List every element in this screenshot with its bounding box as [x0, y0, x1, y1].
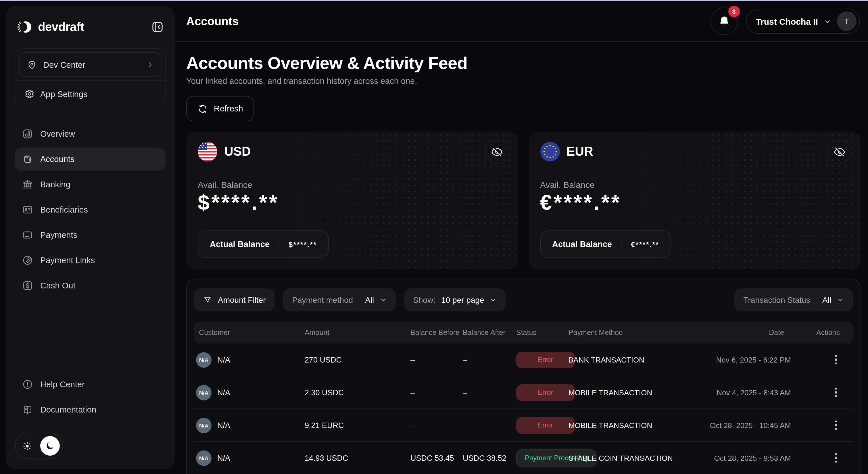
credit-card-icon	[22, 229, 33, 241]
payment-method-label: Payment method	[292, 295, 353, 305]
nav-label: Payment Links	[40, 256, 95, 265]
dev-center-card: Dev Center App Settings	[15, 48, 165, 107]
nav-label: Accounts	[40, 155, 74, 164]
dev-center-label: Dev Center	[43, 60, 140, 69]
date-cell: Oct 28, 2025 - 9:53 AM	[761, 453, 816, 462]
actions-cell	[816, 418, 853, 432]
nav-label: Beneficiaries	[40, 205, 88, 214]
sidebar-item-cash-out[interactable]: Cash Out	[15, 274, 165, 297]
actual-balance-pill: Actual Balance €****.**	[540, 230, 671, 258]
page-size-value: 10 per page	[441, 295, 484, 305]
sidebar-item-payment-links[interactable]: Payment Links	[15, 249, 165, 272]
table-body: N/A N/A 270 USDC – – Error BANK TRANSACT…	[194, 344, 853, 474]
map-pin-icon	[26, 59, 37, 70]
transactions-panel: Amount Filter Payment method All Show: 1…	[186, 279, 861, 474]
row-actions-kebab-icon[interactable]	[833, 353, 839, 367]
actions-cell	[816, 385, 853, 400]
page-size-selector[interactable]: Show: 10 per page	[404, 288, 506, 311]
sidebar-item-accounts[interactable]: Accounts	[15, 148, 165, 171]
balance-after-cell: –	[457, 388, 510, 397]
actual-balance-label: Actual Balance	[552, 240, 612, 249]
available-balance-label: Avail. Balance	[540, 180, 849, 190]
book-open-icon	[22, 404, 33, 415]
sidebar-item-beneficiaries[interactable]: Beneficiaries	[15, 198, 165, 221]
row-actions-kebab-icon[interactable]	[833, 385, 839, 400]
eye-off-icon	[491, 146, 503, 158]
show-label: Show:	[413, 295, 435, 305]
moon-logo-icon	[16, 19, 33, 36]
column-header-status: Status	[510, 329, 563, 337]
currency-code: USD	[224, 144, 251, 159]
actions-cell	[816, 451, 853, 465]
actions-cell	[816, 353, 853, 367]
usd-balance-card: USD Avail. Balance $****.** Actual Bal	[186, 132, 518, 270]
section-subheading: Your linked accounts, and transaction hi…	[186, 76, 861, 86]
payment-method-filter[interactable]: Payment method All	[283, 288, 396, 311]
card-header: EUR	[540, 142, 849, 161]
status-cell: Error	[510, 384, 563, 401]
panel-collapse-icon	[151, 20, 164, 34]
customer-cell: N/A N/A	[194, 352, 299, 368]
brand-name: devdraft	[38, 20, 84, 34]
chevron-down-icon	[380, 296, 386, 303]
status-cell: Error	[510, 417, 563, 434]
light-mode-sun-icon[interactable]	[19, 437, 36, 454]
eur-balance-card: EUR Avail. Balance €****.** Actual Bal	[529, 132, 861, 270]
table-row: N/A N/A 270 USDC – – Error BANK TRANSACT…	[194, 344, 853, 376]
main-area: Accounts 8 Trust Chocha II T	[175, 1, 868, 474]
toggle-balance-visibility-button[interactable]	[827, 139, 851, 164]
refresh-icon	[197, 103, 208, 114]
customer-name: N/A	[217, 388, 230, 397]
dollar-square-icon	[22, 280, 33, 291]
topbar: Accounts 8 Trust Chocha II T	[175, 1, 868, 42]
table-row: N/A N/A 2.30 USDC – – Error MOBILE TRANS…	[194, 376, 853, 409]
sidebar-item-dev-center[interactable]: Dev Center	[19, 52, 161, 77]
available-balance-label: Avail. Balance	[198, 180, 507, 190]
sidebar-item-overview[interactable]: Overview	[15, 122, 165, 145]
transaction-status-filter[interactable]: Transaction Status All	[734, 288, 853, 311]
usa-flag-icon	[198, 142, 217, 161]
wallet-icon	[22, 153, 33, 165]
page-content: Accounts Overview & Activity Feed Your l…	[175, 42, 868, 474]
account-switcher[interactable]: Trust Chocha II T	[746, 9, 860, 34]
sidebar-footer-nav: Help Center Documentation	[15, 373, 165, 421]
bell-icon	[718, 15, 730, 28]
theme-toggle[interactable]	[15, 433, 63, 459]
sidebar-item-payments[interactable]: Payments	[15, 223, 165, 247]
refresh-button[interactable]: Refresh	[186, 96, 254, 121]
notifications-button[interactable]: 8	[710, 7, 738, 35]
toggle-balance-visibility-button[interactable]	[485, 139, 509, 164]
chevron-down-icon	[824, 18, 831, 25]
actual-balance-value: €****.**	[631, 240, 659, 249]
customer-cell: N/A N/A	[194, 385, 299, 400]
nav-label: Payments	[40, 230, 77, 240]
date-value: Nov 4, 2025 - 8:43 AM	[716, 388, 791, 397]
sidebar-nav: Overview Accounts	[15, 122, 165, 297]
amount-filter-button[interactable]: Amount Filter	[194, 288, 275, 311]
status-cell: Payment Processing	[510, 449, 563, 467]
sidebar-item-app-settings[interactable]: App Settings	[16, 81, 165, 107]
sidebar-item-help-center[interactable]: Help Center	[15, 373, 165, 396]
column-header-balance-before: Balance Before	[405, 329, 457, 337]
balance-after-cell: USDC 38.52	[457, 453, 510, 462]
dark-mode-moon-icon[interactable]	[40, 436, 60, 455]
row-actions-kebab-icon[interactable]	[833, 418, 839, 432]
balance-before-cell: –	[405, 421, 457, 430]
chevron-down-icon	[837, 296, 844, 303]
sidebar-item-documentation[interactable]: Documentation	[15, 398, 165, 421]
balance-after-cell: –	[457, 355, 510, 364]
row-actions-kebab-icon[interactable]	[833, 451, 839, 465]
sidebar-item-banking[interactable]: Banking	[15, 173, 165, 196]
divider	[621, 239, 622, 250]
balance-cards: USD Avail. Balance $****.** Actual Bal	[186, 132, 861, 270]
bank-icon	[22, 179, 33, 190]
amount-cell: 2.30 USDC	[299, 388, 405, 397]
funnel-icon	[203, 295, 212, 305]
customer-avatar: N/A	[196, 352, 212, 368]
customer-cell: N/A N/A	[194, 417, 299, 433]
sidebar-collapse-button[interactable]	[151, 20, 164, 34]
date-cell: Nov 4, 2025 - 8:43 AM	[761, 388, 816, 397]
date-value: Oct 28, 2025 - 9:53 AM	[714, 453, 791, 462]
user-avatar[interactable]: T	[837, 11, 857, 31]
amount-cell: 14.93 USDC	[299, 453, 405, 462]
